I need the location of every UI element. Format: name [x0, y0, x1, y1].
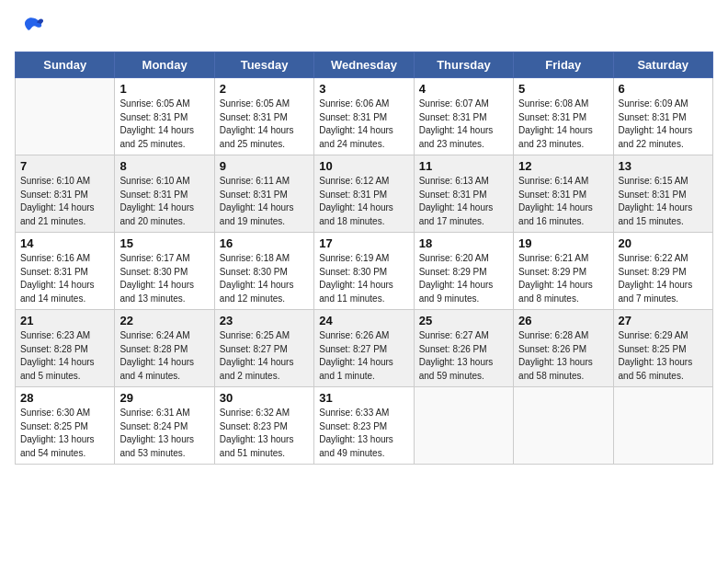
- calendar-cell: 25Sunrise: 6:27 AM Sunset: 8:26 PM Dayli…: [414, 310, 513, 387]
- calendar-cell: 10Sunrise: 6:12 AM Sunset: 8:31 PM Dayli…: [314, 155, 414, 233]
- cell-details: Sunrise: 6:10 AM Sunset: 8:31 PM Dayligh…: [20, 175, 109, 228]
- calendar-cell: 30Sunrise: 6:32 AM Sunset: 8:23 PM Dayli…: [214, 387, 313, 465]
- calendar-cell: 31Sunrise: 6:33 AM Sunset: 8:23 PM Dayli…: [314, 387, 414, 465]
- calendar-week-row: 1Sunrise: 6:05 AM Sunset: 8:31 PM Daylig…: [16, 78, 713, 155]
- cell-details: Sunrise: 6:33 AM Sunset: 8:23 PM Dayligh…: [319, 407, 408, 460]
- cell-details: Sunrise: 6:08 AM Sunset: 8:31 PM Dayligh…: [518, 98, 608, 151]
- calendar-week-row: 7Sunrise: 6:10 AM Sunset: 8:31 PM Daylig…: [16, 155, 713, 233]
- day-number: 7: [20, 159, 109, 173]
- day-number: 25: [419, 314, 508, 327]
- cell-details: Sunrise: 6:23 AM Sunset: 8:28 PM Dayligh…: [20, 329, 109, 383]
- cell-details: Sunrise: 6:18 AM Sunset: 8:30 PM Dayligh…: [220, 252, 309, 305]
- calendar-cell: 15Sunrise: 6:17 AM Sunset: 8:30 PM Dayli…: [115, 233, 214, 310]
- weekday-header-wednesday: Wednesday: [314, 52, 414, 78]
- day-number: 21: [20, 314, 109, 327]
- calendar-cell: 4Sunrise: 6:07 AM Sunset: 8:31 PM Daylig…: [414, 78, 513, 155]
- calendar-cell: 24Sunrise: 6:26 AM Sunset: 8:27 PM Dayli…: [314, 310, 414, 387]
- cell-details: Sunrise: 6:20 AM Sunset: 8:29 PM Dayligh…: [419, 252, 508, 305]
- calendar-cell: 27Sunrise: 6:29 AM Sunset: 8:25 PM Dayli…: [613, 310, 712, 387]
- day-number: 14: [20, 236, 109, 250]
- day-number: 2: [220, 82, 309, 96]
- calendar-cell: 13Sunrise: 6:15 AM Sunset: 8:31 PM Dayli…: [613, 155, 712, 233]
- weekday-header-monday: Monday: [115, 52, 214, 78]
- day-number: 10: [319, 159, 408, 173]
- cell-details: Sunrise: 6:25 AM Sunset: 8:27 PM Dayligh…: [220, 329, 309, 383]
- calendar-week-row: 14Sunrise: 6:16 AM Sunset: 8:31 PM Dayli…: [16, 233, 713, 310]
- cell-details: Sunrise: 6:14 AM Sunset: 8:31 PM Dayligh…: [518, 175, 608, 228]
- calendar-cell: 5Sunrise: 6:08 AM Sunset: 8:31 PM Daylig…: [514, 78, 613, 155]
- day-number: 30: [220, 391, 309, 405]
- cell-details: Sunrise: 6:32 AM Sunset: 8:23 PM Dayligh…: [220, 407, 309, 460]
- calendar-cell: [16, 78, 115, 155]
- cell-details: Sunrise: 6:05 AM Sunset: 8:31 PM Dayligh…: [220, 98, 309, 151]
- cell-details: Sunrise: 6:16 AM Sunset: 8:31 PM Dayligh…: [20, 252, 109, 305]
- day-number: 23: [220, 314, 309, 327]
- cell-details: Sunrise: 6:26 AM Sunset: 8:27 PM Dayligh…: [319, 329, 408, 383]
- calendar-cell: [514, 387, 613, 465]
- cell-details: Sunrise: 6:22 AM Sunset: 8:29 PM Dayligh…: [619, 252, 708, 305]
- weekday-header-friday: Friday: [514, 52, 613, 78]
- calendar-cell: 3Sunrise: 6:06 AM Sunset: 8:31 PM Daylig…: [314, 78, 414, 155]
- calendar-week-row: 21Sunrise: 6:23 AM Sunset: 8:28 PM Dayli…: [16, 310, 713, 387]
- calendar-cell: 28Sunrise: 6:30 AM Sunset: 8:25 PM Dayli…: [16, 387, 115, 465]
- cell-details: Sunrise: 6:15 AM Sunset: 8:31 PM Dayligh…: [619, 175, 708, 228]
- calendar-cell: [613, 387, 712, 465]
- day-number: 17: [319, 236, 408, 250]
- calendar-cell: 7Sunrise: 6:10 AM Sunset: 8:31 PM Daylig…: [16, 155, 115, 233]
- weekday-header-sunday: Sunday: [16, 52, 115, 78]
- calendar-cell: 23Sunrise: 6:25 AM Sunset: 8:27 PM Dayli…: [214, 310, 313, 387]
- day-number: 8: [119, 159, 209, 173]
- cell-details: Sunrise: 6:28 AM Sunset: 8:26 PM Dayligh…: [518, 329, 608, 383]
- calendar-table: SundayMondayTuesdayWednesdayThursdayFrid…: [15, 52, 713, 465]
- day-number: 19: [518, 236, 608, 250]
- calendar-cell: 17Sunrise: 6:19 AM Sunset: 8:30 PM Dayli…: [314, 233, 414, 310]
- day-number: 12: [518, 159, 608, 173]
- day-number: 29: [119, 391, 209, 405]
- day-number: 4: [419, 82, 508, 96]
- calendar-cell: 8Sunrise: 6:10 AM Sunset: 8:31 PM Daylig…: [115, 155, 214, 233]
- day-number: 9: [220, 159, 309, 173]
- weekday-header-tuesday: Tuesday: [214, 52, 313, 78]
- cell-details: Sunrise: 6:31 AM Sunset: 8:24 PM Dayligh…: [119, 407, 209, 460]
- calendar-cell: 26Sunrise: 6:28 AM Sunset: 8:26 PM Dayli…: [514, 310, 613, 387]
- cell-details: Sunrise: 6:05 AM Sunset: 8:31 PM Dayligh…: [119, 98, 209, 151]
- weekday-header-saturday: Saturday: [613, 52, 712, 78]
- day-number: 22: [119, 314, 209, 327]
- calendar-week-row: 28Sunrise: 6:30 AM Sunset: 8:25 PM Dayli…: [16, 387, 713, 465]
- calendar-cell: 16Sunrise: 6:18 AM Sunset: 8:30 PM Dayli…: [214, 233, 313, 310]
- calendar-cell: 29Sunrise: 6:31 AM Sunset: 8:24 PM Dayli…: [115, 387, 214, 465]
- page-header: [15, 15, 713, 40]
- day-number: 26: [518, 314, 608, 327]
- cell-details: Sunrise: 6:30 AM Sunset: 8:25 PM Dayligh…: [20, 407, 109, 460]
- cell-details: Sunrise: 6:06 AM Sunset: 8:31 PM Dayligh…: [319, 98, 408, 151]
- cell-details: Sunrise: 6:24 AM Sunset: 8:28 PM Dayligh…: [119, 329, 209, 383]
- day-number: 18: [419, 236, 508, 250]
- cell-details: Sunrise: 6:21 AM Sunset: 8:29 PM Dayligh…: [518, 252, 608, 305]
- day-number: 31: [319, 391, 408, 405]
- cell-details: Sunrise: 6:09 AM Sunset: 8:31 PM Dayligh…: [619, 98, 708, 151]
- calendar-cell: 2Sunrise: 6:05 AM Sunset: 8:31 PM Daylig…: [214, 78, 313, 155]
- calendar-cell: 6Sunrise: 6:09 AM Sunset: 8:31 PM Daylig…: [613, 78, 712, 155]
- day-number: 24: [319, 314, 408, 327]
- calendar-cell: 18Sunrise: 6:20 AM Sunset: 8:29 PM Dayli…: [414, 233, 513, 310]
- cell-details: Sunrise: 6:29 AM Sunset: 8:25 PM Dayligh…: [619, 329, 708, 383]
- calendar-cell: [414, 387, 513, 465]
- day-number: 27: [619, 314, 708, 327]
- calendar-cell: 11Sunrise: 6:13 AM Sunset: 8:31 PM Dayli…: [414, 155, 513, 233]
- cell-details: Sunrise: 6:07 AM Sunset: 8:31 PM Dayligh…: [419, 98, 508, 151]
- calendar-cell: 21Sunrise: 6:23 AM Sunset: 8:28 PM Dayli…: [16, 310, 115, 387]
- day-number: 13: [619, 159, 708, 173]
- calendar-body: 1Sunrise: 6:05 AM Sunset: 8:31 PM Daylig…: [16, 78, 713, 465]
- cell-details: Sunrise: 6:17 AM Sunset: 8:30 PM Dayligh…: [119, 252, 209, 305]
- day-number: 20: [619, 236, 708, 250]
- day-number: 15: [119, 236, 209, 250]
- cell-details: Sunrise: 6:12 AM Sunset: 8:31 PM Dayligh…: [319, 175, 408, 228]
- cell-details: Sunrise: 6:10 AM Sunset: 8:31 PM Dayligh…: [119, 175, 209, 228]
- cell-details: Sunrise: 6:13 AM Sunset: 8:31 PM Dayligh…: [419, 175, 508, 228]
- cell-details: Sunrise: 6:19 AM Sunset: 8:30 PM Dayligh…: [319, 252, 408, 305]
- cell-details: Sunrise: 6:11 AM Sunset: 8:31 PM Dayligh…: [220, 175, 309, 228]
- day-number: 3: [319, 82, 408, 96]
- day-number: 1: [119, 82, 209, 96]
- day-number: 5: [518, 82, 608, 96]
- day-number: 28: [20, 391, 109, 405]
